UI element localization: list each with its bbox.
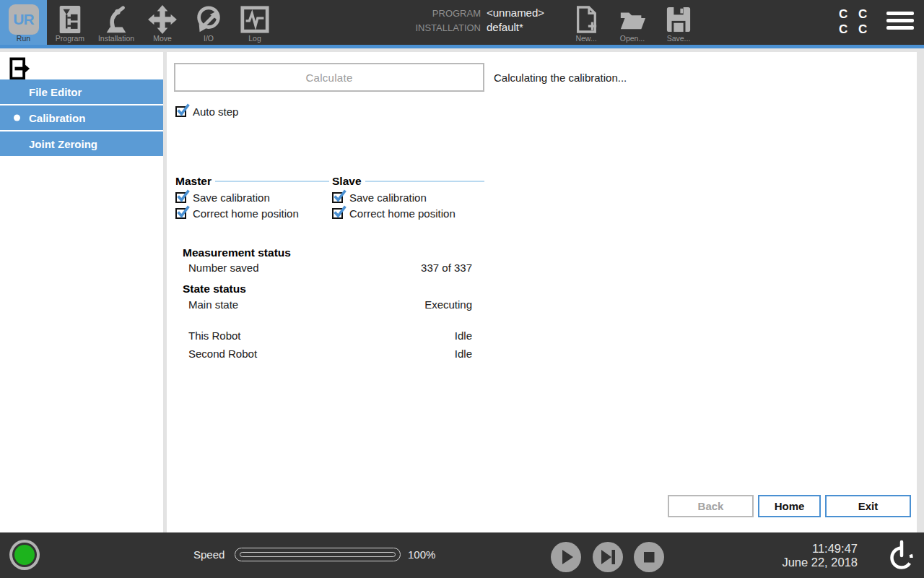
state-status-title: State status (183, 282, 246, 296)
slave-correct-home-checkbox[interactable] (332, 208, 343, 219)
master-correct-home-checkbox[interactable] (175, 208, 186, 219)
tab-program[interactable]: Program (47, 0, 93, 45)
sidebar-item-joint-zeroing[interactable]: Joint Zeroing (0, 131, 163, 156)
sidebar: File Editor Calibration Joint Zeroing (0, 52, 163, 532)
main-state-row: Main state Executing (188, 298, 472, 311)
main-state-value: Executing (424, 298, 472, 311)
main-state-label: Main state (188, 298, 238, 311)
sidebar-item-label: Calibration (29, 112, 85, 124)
master-correct-home-label: Correct home position (193, 207, 299, 220)
polyscope-screen: UR Run Program Installation Move (0, 0, 924, 578)
tab-log[interactable]: Log (232, 0, 278, 45)
sidebar-menu: File Editor Calibration Joint Zeroing (0, 79, 163, 158)
second-robot-value: Idle (455, 348, 472, 360)
program-label: PROGRAM (411, 8, 481, 19)
tab-move-label: Move (139, 34, 186, 43)
auto-step-checkbox[interactable] (175, 106, 186, 117)
new-button[interactable]: New... (563, 0, 609, 45)
cc-row-1: C C (839, 7, 867, 22)
number-saved-value: 337 of 337 (421, 262, 472, 274)
slave-separator-line (365, 181, 484, 182)
master-separator-line (215, 181, 329, 182)
speed-label: Speed (193, 548, 225, 561)
io-circle-arrow-icon (193, 4, 225, 38)
slave-title: Slave (332, 175, 362, 188)
open-folder-icon (618, 6, 647, 36)
file-actions: New... Open... Save... (563, 0, 702, 45)
tab-installation[interactable]: Installation (93, 0, 139, 45)
master-title: Master (175, 175, 212, 188)
header-bar: UR Run Program Installation Move (0, 0, 924, 45)
tab-io-label: I/O (186, 34, 232, 43)
this-robot-label: This Robot (188, 329, 241, 342)
ur-logo-icon: UR (9, 4, 39, 35)
second-robot-row: Second Robot Idle (188, 348, 472, 360)
robot-arm-icon (100, 4, 132, 38)
sidebar-item-file-editor[interactable]: File Editor (0, 79, 163, 104)
footer-bar: Speed 100% 11:49:47 June 22, 2018 (0, 532, 924, 578)
sidebar-item-calibration[interactable]: Calibration (0, 105, 163, 130)
current-item-bullet (14, 115, 20, 121)
this-robot-value: Idle (455, 329, 472, 342)
new-button-label: New... (563, 34, 609, 43)
speed-value: 100% (408, 548, 435, 561)
power-icon[interactable] (886, 539, 918, 575)
installation-name: default* (487, 21, 544, 33)
cc-status-indicator: C C C C (839, 7, 867, 37)
stop-button[interactable] (634, 542, 664, 572)
slave-group: Slave Save calibration Correct home posi… (332, 175, 484, 220)
second-robot-label: Second Robot (188, 348, 257, 360)
log-waveform-icon (240, 4, 270, 38)
program-tree-icon (56, 4, 84, 38)
master-save-calibration-checkbox[interactable] (175, 192, 186, 203)
slave-correct-home-label: Correct home position (349, 207, 456, 220)
measurement-status-title: Measurement status (183, 246, 291, 259)
new-file-icon (574, 6, 598, 36)
clock-date: June 22, 2018 (782, 556, 858, 569)
tab-program-label: Program (47, 34, 93, 43)
number-saved-label: Number saved (188, 262, 259, 274)
save-button-label: Save... (655, 34, 702, 43)
slave-save-calibration-checkbox[interactable] (332, 192, 343, 203)
tab-run[interactable]: UR Run (0, 0, 47, 45)
header-accent-strip (0, 45, 924, 48)
speed-slider-track (240, 552, 396, 557)
tab-log-label: Log (232, 34, 278, 43)
panel-buttons: Back Home Exit (668, 495, 911, 517)
tab-run-label: Run (0, 34, 47, 43)
back-button[interactable]: Back (668, 495, 754, 517)
slave-save-calibration-label: Save calibration (349, 191, 427, 204)
tab-io[interactable]: I/O (186, 0, 232, 45)
step-forward-button[interactable] (593, 542, 623, 572)
speed-slider[interactable] (235, 548, 401, 561)
home-button[interactable]: Home (758, 495, 821, 517)
number-saved-row: Number saved 337 of 337 (188, 262, 472, 274)
tab-installation-label: Installation (93, 34, 139, 43)
calibration-status-message: Calculating the calibration... (494, 72, 627, 84)
exit-button[interactable]: Exit (825, 495, 911, 517)
clock-time: 11:49:47 (782, 542, 858, 556)
save-floppy-icon (666, 6, 692, 36)
auto-step-label: Auto step (193, 105, 238, 118)
play-button[interactable] (551, 542, 581, 572)
calculate-button[interactable]: Calculate (174, 63, 484, 92)
open-button-label: Open... (609, 34, 655, 43)
move-arrows-icon (147, 4, 178, 38)
sidebar-item-label: File Editor (29, 86, 82, 98)
sidebar-item-label: Joint Zeroing (29, 138, 97, 150)
green-status-light[interactable] (9, 540, 40, 570)
save-button[interactable]: Save... (655, 0, 702, 45)
program-name: <unnamed> (487, 7, 544, 19)
auto-step-row: Auto step (175, 105, 238, 118)
open-button[interactable]: Open... (609, 0, 655, 45)
program-info: PROGRAM <unnamed> INSTALLATION default* (411, 7, 544, 33)
master-group: Master Save calibration Correct home pos… (175, 175, 329, 220)
installation-label: INSTALLATION (411, 22, 481, 33)
clock: 11:49:47 June 22, 2018 (782, 542, 858, 569)
cc-row-2: C C (839, 22, 867, 37)
hamburger-menu-icon[interactable] (886, 12, 914, 33)
master-save-calibration-label: Save calibration (193, 191, 270, 204)
tab-move[interactable]: Move (139, 0, 186, 45)
main-tabs: UR Run Program Installation Move (0, 0, 278, 45)
this-robot-row: This Robot Idle (188, 329, 472, 342)
